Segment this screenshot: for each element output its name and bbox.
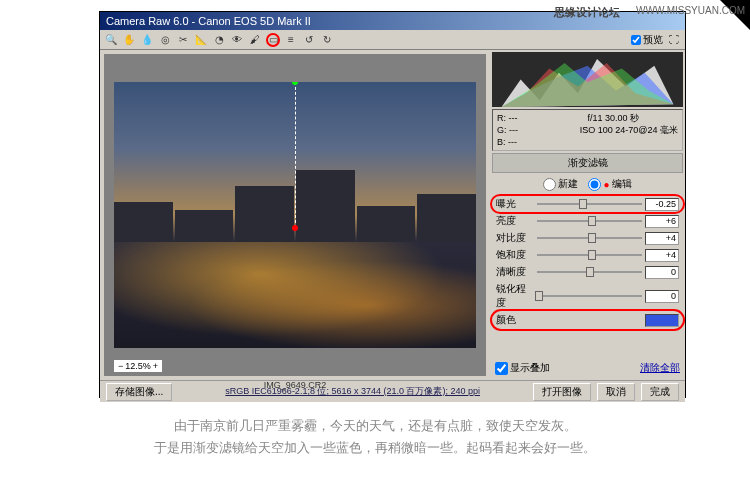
settings-panel: R: ---f/11 30.00 秒 G: ---ISO 100 24-70@2… (490, 50, 685, 380)
footer-bar: 存储图像... sRGB IEC61966-2.1;8 位; 5616 x 37… (100, 380, 685, 402)
spot-removal-icon[interactable]: ◔ (212, 33, 226, 47)
mode-radio-group: 新建 ●编辑 (492, 175, 683, 193)
rotate-ccw-icon[interactable]: ↺ (302, 33, 316, 47)
zoom-out-icon[interactable]: − (118, 361, 123, 371)
gradient-start-handle[interactable] (292, 82, 298, 85)
image-preview[interactable] (114, 82, 476, 348)
zoom-tool-icon[interactable]: 🔍 (104, 33, 118, 47)
histogram (492, 52, 683, 107)
graduated-filter-icon[interactable]: ▭ (266, 33, 280, 47)
done-button[interactable]: 完成 (641, 383, 679, 401)
eyedropper-tool-icon[interactable]: 💧 (140, 33, 154, 47)
targeted-adjust-icon[interactable]: ≡ (284, 33, 298, 47)
clear-all-link[interactable]: 清除全部 (640, 361, 680, 375)
redeye-tool-icon[interactable]: 👁 (230, 33, 244, 47)
hand-tool-icon[interactable]: ✋ (122, 33, 136, 47)
workflow-options[interactable]: sRGB IEC61966-2.1;8 位; 5616 x 3744 (21.0… (178, 385, 527, 398)
open-image-button[interactable]: 打开图像 (533, 383, 591, 401)
preview-checkbox[interactable]: 预览 (631, 33, 663, 47)
gradient-line[interactable] (295, 82, 296, 228)
crop-tool-icon[interactable]: ✂ (176, 33, 190, 47)
clarity-slider[interactable]: 清晰度 0 (492, 264, 683, 280)
zoom-control[interactable]: − 12.5% + (114, 360, 162, 372)
straighten-tool-icon[interactable]: 📐 (194, 33, 208, 47)
radio-new[interactable]: 新建 (543, 177, 578, 191)
show-overlay-checkbox[interactable]: 显示叠加 (495, 361, 550, 375)
adjustment-brush-icon[interactable]: 🖌 (248, 33, 262, 47)
fullscreen-icon[interactable]: ⛶ (667, 33, 681, 47)
camera-raw-window: Camera Raw 6.0 - Canon EOS 5D Mark II 🔍 … (99, 11, 686, 398)
filename-label: IMG_9649.CR2 (264, 380, 327, 390)
radio-edit[interactable]: ●编辑 (588, 177, 631, 191)
zoom-in-icon[interactable]: + (153, 361, 158, 371)
metadata-info: R: ---f/11 30.00 秒 G: ---ISO 100 24-70@2… (492, 109, 683, 151)
watermark-cn: 思缘设计论坛 (554, 5, 620, 20)
exposure-slider[interactable]: 曝光 -0.25 (492, 196, 683, 212)
color-sampler-icon[interactable]: ◎ (158, 33, 172, 47)
contrast-slider[interactable]: 对比度 +4 (492, 230, 683, 246)
brightness-slider[interactable]: 亮度 +6 (492, 213, 683, 229)
saturation-slider[interactable]: 饱和度 +4 (492, 247, 683, 263)
zoom-value: 12.5% (125, 361, 151, 371)
window-title: Camera Raw 6.0 - Canon EOS 5D Mark II (106, 15, 311, 27)
panel-title: 渐变滤镜 (492, 153, 683, 173)
caption-text: 由于南京前几日严重雾霾，今天的天气，还是有点脏，致使天空发灰。 于是用渐变滤镜给… (0, 415, 750, 459)
image-panel: − 12.5% + IMG_9649.CR2 (104, 54, 486, 376)
save-image-button[interactable]: 存储图像... (106, 383, 172, 401)
sharpness-slider[interactable]: 锐化程度 0 (492, 281, 683, 311)
color-swatch[interactable] (645, 314, 679, 327)
rotate-cw-icon[interactable]: ↻ (320, 33, 334, 47)
preview-check-input[interactable] (631, 35, 641, 45)
watermark-url: WWW.MISSYUAN.COM (636, 5, 745, 16)
color-row[interactable]: 颜色 (492, 312, 683, 328)
toolbar: 🔍 ✋ 💧 ◎ ✂ 📐 ◔ 👁 🖌 ▭ ≡ ↺ ↻ 预览 ⛶ (100, 30, 685, 50)
cancel-button[interactable]: 取消 (597, 383, 635, 401)
